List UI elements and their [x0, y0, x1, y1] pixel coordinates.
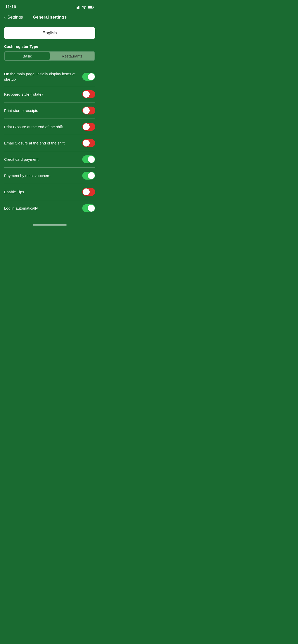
setting-label-display-items-startup: On the main page, initially display item… — [4, 71, 79, 82]
status-icons — [76, 6, 94, 9]
toggle-log-in-auto[interactable] — [82, 204, 95, 212]
setting-meal-vouchers: Payment by meal vouchers — [4, 168, 95, 184]
setting-label-print-closure: Print Closure at the end of the shift — [4, 124, 79, 129]
nav-bar: ‹ Settings General settings — [0, 13, 99, 23]
signal-icon — [76, 6, 80, 9]
setting-label-email-closure: Email Closure at the end of the shift — [4, 140, 79, 146]
toggle-credit-card[interactable] — [82, 155, 95, 163]
register-type-segment: Basic Restaurants — [4, 51, 95, 61]
back-chevron-icon: ‹ — [4, 14, 6, 20]
svg-rect-1 — [77, 7, 78, 9]
language-selector[interactable]: English — [4, 27, 95, 39]
status-time: 11:10 — [5, 5, 16, 10]
toggle-keyboard-style[interactable] — [82, 90, 95, 98]
toggle-enable-tips[interactable] — [82, 188, 95, 196]
home-bar — [33, 224, 67, 226]
setting-log-in-auto: Log in automatically — [4, 200, 95, 216]
setting-print-closure: Print Closure at the end of the shift — [4, 119, 95, 135]
toggle-meal-vouchers[interactable] — [82, 172, 95, 180]
setting-display-items-startup: On the main page, initially display item… — [4, 67, 95, 86]
wifi-icon — [82, 6, 86, 9]
back-label: Settings — [7, 15, 23, 20]
battery-icon — [88, 6, 94, 9]
setting-label-credit-card: Credit card payment — [4, 157, 79, 162]
setting-label-meal-vouchers: Payment by meal vouchers — [4, 173, 79, 178]
status-bar: 11:10 — [0, 0, 99, 13]
setting-enable-tips: Enable Tips — [4, 184, 95, 200]
segment-basic[interactable]: Basic — [5, 52, 50, 60]
back-button[interactable]: ‹ Settings — [4, 14, 23, 20]
setting-credit-card: Credit card payment — [4, 151, 95, 168]
svg-rect-6 — [88, 6, 92, 8]
cash-register-label: Cash register Type — [4, 44, 95, 49]
page-title: General settings — [33, 15, 66, 20]
svg-rect-0 — [76, 7, 76, 9]
svg-rect-5 — [93, 7, 94, 8]
segment-restaurants[interactable]: Restaurants — [50, 52, 94, 60]
svg-rect-3 — [79, 6, 80, 9]
setting-label-print-storno: Print storno receipts — [4, 108, 79, 113]
toggle-print-closure[interactable] — [82, 123, 95, 131]
cash-register-section: Cash register Type Basic Restaurants — [4, 44, 95, 61]
setting-label-log-in-auto: Log in automatically — [4, 206, 79, 211]
home-indicator — [0, 222, 99, 230]
setting-email-closure: Email Closure at the end of the shift — [4, 135, 95, 151]
content-area: English Cash register Type Basic Restaur… — [0, 23, 99, 220]
toggle-print-storno[interactable] — [82, 107, 95, 114]
settings-list: On the main page, initially display item… — [4, 67, 95, 216]
setting-label-keyboard-style: Keyboard style (rotate) — [4, 92, 79, 97]
setting-keyboard-style: Keyboard style (rotate) — [4, 86, 95, 103]
setting-print-storno: Print storno receipts — [4, 103, 95, 119]
toggle-email-closure[interactable] — [82, 139, 95, 147]
setting-label-enable-tips: Enable Tips — [4, 189, 79, 195]
svg-rect-2 — [78, 6, 79, 9]
toggle-display-items-startup[interactable] — [82, 73, 95, 81]
